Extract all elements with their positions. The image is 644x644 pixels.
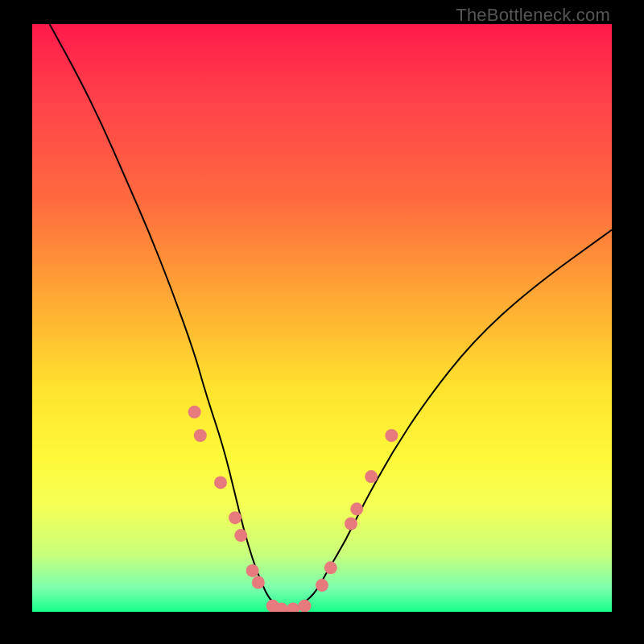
curve-layer [32, 24, 612, 612]
marker-dot [252, 576, 265, 589]
marker-dot [246, 564, 259, 577]
marker-dot [385, 429, 398, 442]
plot-area [32, 24, 612, 612]
marker-dot [287, 602, 299, 612]
marker-dot [234, 529, 247, 542]
bottleneck-curve [50, 24, 612, 609]
chart-canvas: TheBottleneck.com [0, 0, 644, 644]
marker-dot [194, 429, 207, 442]
attribution-text: TheBottleneck.com [456, 5, 610, 26]
marker-dot [229, 511, 242, 524]
marker-dot [350, 502, 363, 515]
marker-dot [345, 518, 357, 530]
marker-dot [188, 406, 201, 419]
marker-dot [324, 561, 337, 574]
marker-dot [365, 470, 378, 483]
marker-dot [316, 579, 328, 592]
marker-dot [298, 600, 311, 612]
marker-dot [214, 476, 227, 489]
